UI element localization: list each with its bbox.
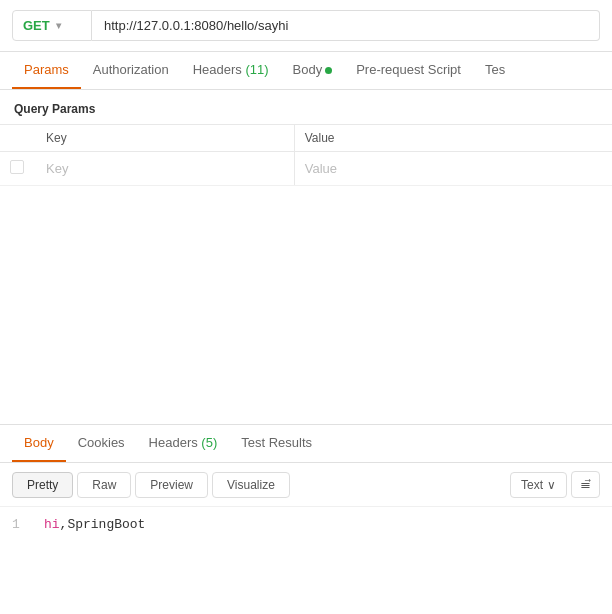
format-preview-button[interactable]: Preview bbox=[135, 472, 208, 498]
method-label: GET bbox=[23, 18, 50, 33]
row-value-cell[interactable]: Value bbox=[294, 152, 612, 186]
url-bar: GET ▾ bbox=[0, 0, 612, 52]
method-select[interactable]: GET ▾ bbox=[12, 10, 92, 41]
format-raw-button[interactable]: Raw bbox=[77, 472, 131, 498]
row-checkbox-cell bbox=[0, 152, 36, 186]
response-tabs: Body Cookies Headers (5) Test Results bbox=[0, 425, 612, 463]
row-key-cell[interactable]: Key bbox=[36, 152, 294, 186]
code-content: hi,SpringBoot bbox=[44, 517, 145, 532]
tab-response-headers[interactable]: Headers (5) bbox=[137, 425, 230, 462]
chevron-down-icon: ∨ bbox=[547, 478, 556, 492]
headers-badge: (11) bbox=[245, 62, 268, 77]
line-number: 1 bbox=[12, 517, 28, 532]
tab-body[interactable]: Body bbox=[281, 52, 345, 89]
tab-response-body[interactable]: Body bbox=[12, 425, 66, 462]
col-value: Value bbox=[294, 125, 612, 152]
text-type-dropdown[interactable]: Text ∨ bbox=[510, 472, 567, 498]
response-headers-badge: (5) bbox=[201, 435, 217, 450]
response-code: 1 hi,SpringBoot bbox=[0, 507, 612, 542]
tab-prerequest[interactable]: Pre-request Script bbox=[344, 52, 473, 89]
url-input[interactable] bbox=[92, 10, 600, 41]
params-table: Key Value Key Value bbox=[0, 124, 612, 186]
word-wrap-button[interactable]: ≡⃗ bbox=[571, 471, 600, 498]
tab-test-results[interactable]: Test Results bbox=[229, 425, 324, 462]
tab-headers[interactable]: Headers (11) bbox=[181, 52, 281, 89]
wrap-icon: ≡⃗ bbox=[580, 477, 591, 492]
query-params-header: Query Params bbox=[0, 90, 612, 124]
request-tabs: Params Authorization Headers (11) Body P… bbox=[0, 52, 612, 90]
format-bar: Pretty Raw Preview Visualize Text ∨ ≡⃗ bbox=[0, 463, 612, 507]
tab-tests[interactable]: Tes bbox=[473, 52, 517, 89]
tab-cookies[interactable]: Cookies bbox=[66, 425, 137, 462]
col-key: Key bbox=[36, 125, 294, 152]
body-dot-icon bbox=[325, 67, 332, 74]
format-pretty-button[interactable]: Pretty bbox=[12, 472, 73, 498]
chevron-down-icon: ▾ bbox=[56, 20, 61, 31]
tab-authorization[interactable]: Authorization bbox=[81, 52, 181, 89]
table-row: Key Value bbox=[0, 152, 612, 186]
row-checkbox[interactable] bbox=[10, 160, 24, 174]
spacer bbox=[0, 186, 612, 424]
code-line-1: 1 hi,SpringBoot bbox=[12, 517, 600, 532]
col-checkbox bbox=[0, 125, 36, 152]
tab-params[interactable]: Params bbox=[12, 52, 81, 89]
format-visualize-button[interactable]: Visualize bbox=[212, 472, 290, 498]
